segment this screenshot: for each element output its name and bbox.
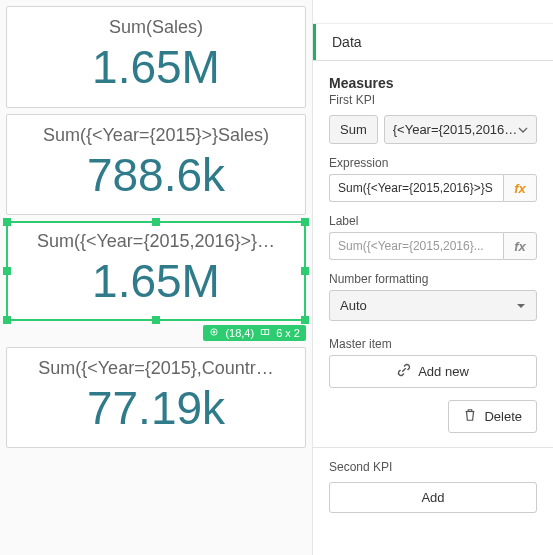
aggregation-row: Sum {<Year={2015,2016… xyxy=(329,115,537,144)
delete-row: Delete xyxy=(329,400,537,433)
kpi-title: Sum({<Year={2015},Countr… xyxy=(15,358,297,379)
trash-icon xyxy=(463,408,477,425)
kpi-card-selected[interactable]: Sum({<Year={2015,2016}>}… 1.65M (18,4) 6… xyxy=(6,221,306,321)
selection-badge: (18,4) 6 x 2 xyxy=(203,325,306,341)
svg-point-1 xyxy=(213,331,215,333)
tab-row: Data xyxy=(313,24,553,61)
delete-button[interactable]: Delete xyxy=(448,400,537,433)
add-label: Add xyxy=(421,490,444,505)
link-icon xyxy=(397,363,411,380)
number-formatting-select[interactable]: Auto xyxy=(329,290,537,321)
aggregation-button[interactable]: Sum xyxy=(329,115,378,144)
measures-heading: Measures xyxy=(329,75,537,91)
kpi-value: 1.65M xyxy=(15,42,297,93)
kpi-card[interactable]: Sum({<Year={2015},Countr… 77.19k xyxy=(6,347,306,449)
resize-handle[interactable] xyxy=(301,316,309,324)
second-kpi-label: Second KPI xyxy=(329,460,537,474)
resize-handle[interactable] xyxy=(152,316,160,324)
number-formatting-label: Number formatting xyxy=(329,272,537,286)
kpi-title: Sum(Sales) xyxy=(15,17,297,38)
selection-pos: (18,4) xyxy=(225,327,254,339)
kpi-value: 77.19k xyxy=(15,383,297,434)
first-kpi-label: First KPI xyxy=(329,93,537,107)
label-input[interactable] xyxy=(329,232,503,260)
expression-row: fx xyxy=(329,174,537,202)
delete-label: Delete xyxy=(484,409,522,424)
expression-label: Expression xyxy=(329,156,537,170)
selection-size: 6 x 2 xyxy=(276,327,300,339)
kpi-value: 788.6k xyxy=(15,150,297,201)
properties-panel: Data Measures First KPI Sum {<Year={2015… xyxy=(312,0,553,555)
aggregation-field-dropdown[interactable]: {<Year={2015,2016… xyxy=(384,115,537,144)
target-icon xyxy=(209,327,219,339)
kpi-value: 1.65M xyxy=(14,256,298,307)
label-row: fx xyxy=(329,232,537,260)
kpi-card[interactable]: Sum({<Year={2015}>}Sales) 788.6k xyxy=(6,114,306,216)
panel-body: Measures First KPI Sum {<Year={2015,2016… xyxy=(313,61,553,523)
tab-data[interactable]: Data xyxy=(313,24,378,60)
grid-icon xyxy=(260,327,270,339)
aggregation-field-text: {<Year={2015,2016… xyxy=(393,122,518,137)
panel-header-strip xyxy=(313,0,553,24)
add-new-button[interactable]: Add new xyxy=(329,355,537,388)
chevron-down-icon xyxy=(518,125,528,135)
resize-handle[interactable] xyxy=(301,267,309,275)
number-formatting-value: Auto xyxy=(340,298,367,313)
label-fx-button[interactable]: fx xyxy=(503,232,537,260)
add-new-label: Add new xyxy=(418,364,469,379)
expression-input[interactable] xyxy=(329,174,503,202)
kpi-title: Sum({<Year={2015}>}Sales) xyxy=(15,125,297,146)
resize-handle[interactable] xyxy=(301,218,309,226)
label-label: Label xyxy=(329,214,537,228)
caret-down-icon xyxy=(516,301,526,311)
resize-handle[interactable] xyxy=(3,267,11,275)
master-item-label: Master item xyxy=(329,337,537,351)
kpi-card[interactable]: Sum(Sales) 1.65M xyxy=(6,6,306,108)
resize-handle[interactable] xyxy=(3,316,11,324)
resize-handle[interactable] xyxy=(3,218,11,226)
resize-handle[interactable] xyxy=(152,218,160,226)
divider xyxy=(313,447,553,448)
kpi-title: Sum({<Year={2015,2016}>}… xyxy=(14,231,298,252)
canvas-area: Sum(Sales) 1.65M Sum({<Year={2015}>}Sale… xyxy=(0,0,312,555)
add-button[interactable]: Add xyxy=(329,482,537,513)
expression-fx-button[interactable]: fx xyxy=(503,174,537,202)
